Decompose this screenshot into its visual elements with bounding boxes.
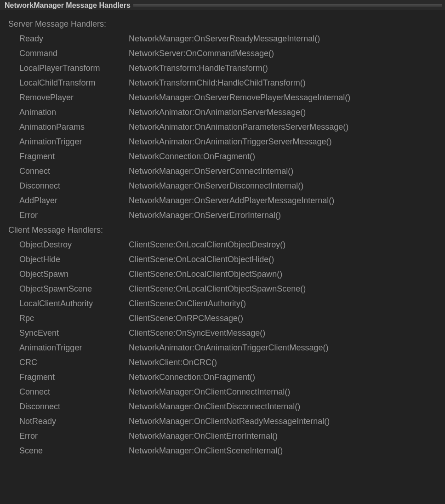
handler-row: LocalClientAuthorityClientScene:OnClient… — [8, 296, 438, 311]
handler-function: NetworkAnimator:OnAnimationTriggerClient… — [129, 340, 329, 355]
server-handlers-list: ReadyNetworkManager:OnServerReadyMessage… — [8, 31, 438, 223]
handler-function: NetworkManager:OnClientErrorInternal() — [129, 429, 278, 443]
handler-name: Connect — [19, 384, 129, 399]
handler-row: ObjectDestroyClientScene:OnLocalClientOb… — [8, 237, 438, 252]
handler-function: ClientScene:OnSyncEventMessage() — [129, 326, 265, 340]
handler-name: Rpc — [19, 311, 129, 326]
handler-row: SceneNetworkManager:OnClientSceneInterna… — [8, 443, 438, 458]
handler-function: NetworkManager:OnServerAddPlayerMessageI… — [129, 193, 334, 208]
handler-row: ObjectHideClientScene:OnLocalClientObjec… — [8, 252, 438, 267]
handler-function: ClientScene:OnLocalClientObjectSpawnScen… — [129, 281, 306, 296]
handler-row: ErrorNetworkManager:OnServerErrorInterna… — [8, 208, 438, 223]
handler-name: LocalPlayerTransform — [19, 61, 129, 75]
handler-function: NetworkManager:OnClientNotReadyMessageIn… — [129, 414, 330, 429]
handler-function: NetworkManager:OnClientSceneInternal() — [129, 443, 283, 458]
handler-name: Fragment — [19, 370, 129, 384]
handler-name: SyncEvent — [19, 326, 129, 340]
handler-function: ClientScene:OnRPCMessage() — [129, 311, 243, 326]
client-section-label: Client Message Handlers: — [8, 223, 438, 237]
handler-row: AnimationParamsNetworkAnimator:OnAnimati… — [8, 120, 438, 134]
handler-name: CRC — [19, 355, 129, 370]
handler-row: ObjectSpawnClientScene:OnLocalClientObje… — [8, 267, 438, 281]
handler-name: Command — [19, 46, 129, 61]
handler-function: NetworkClient:OnCRC() — [129, 355, 217, 370]
handler-function: NetworkManager:OnClientDisconnectInterna… — [129, 399, 300, 414]
handler-name: RemovePlayer — [19, 90, 129, 105]
handler-function: NetworkAnimator:OnAnimationTriggerServer… — [129, 134, 331, 149]
handler-function: NetworkManager:OnClientConnectInternal() — [129, 384, 290, 399]
handler-function: NetworkAnimator:OnAnimationServerMessage… — [129, 105, 306, 120]
handler-name: AnimationTrigger — [19, 134, 129, 149]
handler-row: ConnectNetworkManager:OnClientConnectInt… — [8, 384, 438, 399]
handler-function: NetworkManager:OnServerDisconnectInterna… — [129, 178, 303, 193]
handler-function: ClientScene:OnLocalClientObjectSpawn() — [129, 267, 282, 281]
handler-function: NetworkServer:OnCommandMessage() — [129, 46, 274, 61]
network-manager-handlers-panel: NetworkManager Message Handlers Server M… — [0, 0, 445, 504]
handler-row: FragmentNetworkConnection:OnFragment() — [8, 370, 438, 384]
handler-row: RemovePlayerNetworkManager:OnServerRemov… — [8, 90, 438, 105]
handler-name: AnimationTrigger — [19, 340, 129, 355]
handler-name: AnimationParams — [19, 120, 129, 134]
handler-name: Scene — [19, 443, 129, 458]
handler-row: AnimationNetworkAnimator:OnAnimationServ… — [8, 105, 438, 120]
handler-name: LocalChildTransform — [19, 75, 129, 90]
handler-name: ObjectSpawn — [19, 267, 129, 281]
handler-function: NetworkConnection:OnFragment() — [129, 149, 255, 164]
handler-name: Disconnect — [19, 399, 129, 414]
handler-function: NetworkAnimator:OnAnimationParametersSer… — [129, 120, 348, 134]
header-rule-icon — [133, 5, 442, 6]
handler-row: NotReadyNetworkManager:OnClientNotReadyM… — [8, 414, 438, 429]
handler-name: Ready — [19, 31, 129, 46]
handler-row: AnimationTriggerNetworkAnimator:OnAnimat… — [8, 340, 438, 355]
handler-row: RpcClientScene:OnRPCMessage() — [8, 311, 438, 326]
handler-name: LocalClientAuthority — [19, 296, 129, 311]
handler-row: ErrorNetworkManager:OnClientErrorInterna… — [8, 429, 438, 443]
handler-row: DisconnectNetworkManager:OnServerDisconn… — [8, 178, 438, 193]
panel-header: NetworkManager Message Handlers — [0, 0, 445, 11]
handler-function: NetworkManager:OnServerConnectInternal() — [129, 164, 293, 178]
handler-row: AddPlayerNetworkManager:OnServerAddPlaye… — [8, 193, 438, 208]
handler-row: CommandNetworkServer:OnCommandMessage() — [8, 46, 438, 61]
handler-name: Disconnect — [19, 178, 129, 193]
handler-function: ClientScene:OnLocalClientObjectDestroy() — [129, 237, 285, 252]
handler-row: LocalChildTransformNetworkTransformChild… — [8, 75, 438, 90]
handler-row: SyncEventClientScene:OnSyncEventMessage(… — [8, 326, 438, 340]
client-handlers-list: ObjectDestroyClientScene:OnLocalClientOb… — [8, 237, 438, 458]
handler-function: NetworkManager:OnServerRemovePlayerMessa… — [129, 90, 350, 105]
handler-function: NetworkManager:OnServerErrorInternal() — [129, 208, 281, 223]
handler-row: ReadyNetworkManager:OnServerReadyMessage… — [8, 31, 438, 46]
handler-function: NetworkTransform:HandleTransform() — [129, 61, 268, 75]
handler-row: FragmentNetworkConnection:OnFragment() — [8, 149, 438, 164]
handler-name: Error — [19, 208, 129, 223]
panel-title: NetworkManager Message Handlers — [0, 1, 133, 10]
handler-name: ObjectHide — [19, 252, 129, 267]
handler-name: Connect — [19, 164, 129, 178]
handler-row: AnimationTriggerNetworkAnimator:OnAnimat… — [8, 134, 438, 149]
handler-name: ObjectDestroy — [19, 237, 129, 252]
handler-function: NetworkManager:OnServerReadyMessageInter… — [129, 31, 320, 46]
handler-name: Fragment — [19, 149, 129, 164]
handler-name: NotReady — [19, 414, 129, 429]
handler-row: LocalPlayerTransformNetworkTransform:Han… — [8, 61, 438, 75]
handler-name: ObjectSpawnScene — [19, 281, 129, 296]
handler-name: AddPlayer — [19, 193, 129, 208]
handler-row: DisconnectNetworkManager:OnClientDisconn… — [8, 399, 438, 414]
handler-function: ClientScene:OnClientAuthority() — [129, 296, 246, 311]
handler-function: NetworkTransformChild:HandleChildTransfo… — [129, 75, 306, 90]
handler-row: CRCNetworkClient:OnCRC() — [8, 355, 438, 370]
panel-content: Server Message Handlers: ReadyNetworkMan… — [0, 11, 445, 464]
handler-function: NetworkConnection:OnFragment() — [129, 370, 255, 384]
handler-function: ClientScene:OnLocalClientObjectHide() — [129, 252, 274, 267]
handler-name: Animation — [19, 105, 129, 120]
server-section-label: Server Message Handlers: — [8, 17, 438, 31]
handler-row: ObjectSpawnSceneClientScene:OnLocalClien… — [8, 281, 438, 296]
handler-row: ConnectNetworkManager:OnServerConnectInt… — [8, 164, 438, 178]
handler-name: Error — [19, 429, 129, 443]
